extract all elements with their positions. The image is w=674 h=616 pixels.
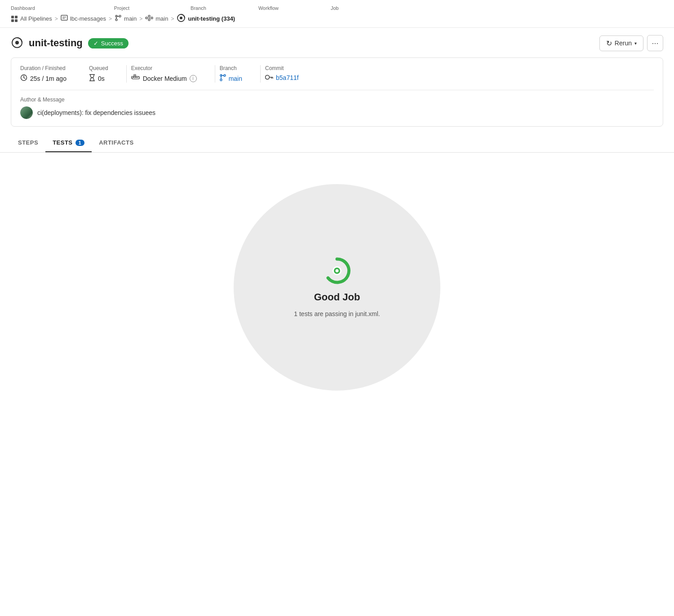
info-card: Duration / Finished 25s / 1m ago Queued [11,57,663,127]
svg-rect-27 [136,76,138,78]
tab-artifacts[interactable]: ARTIFACTS [92,134,141,152]
nav-label-project: Project [114,5,129,11]
avatar-image [20,106,33,119]
key-icon [265,74,273,81]
commit-message: ci(deployments): fix dependencies issuee… [37,109,155,116]
svg-point-11 [146,17,147,19]
executor-info-icon[interactable]: i [190,75,197,82]
circleci-logo [324,257,350,284]
breadcrumb-sep-3: > [139,16,142,22]
rerun-label: Rerun [615,40,632,47]
grid-icon [11,15,18,22]
breadcrumb-item-project[interactable]: lbc-messages [61,14,106,23]
tab-tests[interactable]: TESTS 1 [45,134,92,152]
tabs: STEPS TESTS 1 ARTIFACTS [11,134,663,152]
breadcrumb-branch-label: main [124,15,137,22]
duration-text: 25s / 1m ago [30,75,67,82]
svg-point-12 [148,15,150,17]
breadcrumb-workflow-label: main [155,15,168,22]
success-circle: Good Job 1 tests are passing in junit.xm… [234,184,440,391]
docker-icon [131,74,140,83]
breadcrumb-item-workflow[interactable]: main [145,15,168,22]
author-row: ci(deployments): fix dependencies issuee… [20,106,654,119]
nav-label-job: Job [331,5,339,11]
tab-tests-label: TESTS [53,139,72,146]
svg-rect-26 [134,76,136,78]
nav-label-dashboard: Dashboard [11,5,35,11]
author-section: Author & Message ci(deployments): fix de… [20,97,654,119]
svg-point-19 [180,17,182,19]
branch-label: Branch [220,65,242,71]
info-divider-3 [260,65,261,83]
main-content: Good Job 1 tests are passing in junit.xm… [0,153,674,422]
author-label: Author & Message [20,97,654,103]
svg-rect-2 [11,19,14,22]
svg-rect-28 [134,75,136,76]
page-title: unit-testing [29,37,83,49]
svg-point-8 [115,19,117,21]
duration-label: Duration / Finished [20,65,67,71]
commit-label: Commit [265,65,299,71]
commit-value: b5a711f [265,74,299,81]
breadcrumb-item-all-pipelines[interactable]: All Pipelines [11,15,52,22]
top-navigation: Dashboard Project Branch Workflow Job Al… [0,0,674,28]
executor-label: Executor [131,65,197,71]
tab-steps[interactable]: STEPS [11,134,45,152]
svg-point-33 [266,75,270,79]
executor-column: Executor Docker Medium i [131,65,210,83]
rerun-icon: ↻ [606,39,612,48]
tab-tests-badge: 1 [75,140,85,146]
page-title-section: unit-testing ✓ Success [11,36,129,50]
svg-rect-25 [132,76,133,78]
tab-steps-label: STEPS [18,139,38,146]
page-header: unit-testing ✓ Success ↻ Rerun ▾ ··· [0,28,674,57]
nav-labels: Dashboard Project Branch Workflow Job [11,5,663,11]
executor-text: Docker Medium [143,75,187,82]
more-options-button[interactable]: ··· [647,35,663,51]
duration-column: Duration / Finished 25s / 1m ago [20,65,80,83]
svg-point-39 [336,269,339,273]
more-icon: ··· [652,39,658,48]
nav-label-branch: Branch [191,5,206,11]
hourglass-icon [89,74,95,83]
branch-link[interactable]: main [229,75,242,82]
status-check-icon: ✓ [93,40,98,47]
commit-column: Commit b5a711f [265,65,312,81]
svg-rect-1 [15,16,18,18]
branch-value: main [220,74,242,83]
branch-detail-icon [220,74,226,83]
workflow-icon [145,15,153,22]
duration-value: 25s / 1m ago [20,74,67,83]
success-subtitle: 1 tests are passing in junit.xml. [294,310,380,317]
status-label: Success [101,40,123,47]
nav-label-workflow: Workflow [258,5,279,11]
queued-label: Queued [89,65,108,71]
queued-column: Queued 0s [80,65,122,83]
svg-point-14 [151,17,153,19]
breadcrumb-project-label: lbc-messages [70,15,106,22]
info-divider-1 [126,65,127,83]
tab-artifacts-label: ARTIFACTS [99,139,133,146]
rerun-button[interactable]: ↻ Rerun ▾ [599,35,643,51]
breadcrumb-sep-4: > [171,16,174,22]
svg-point-13 [148,19,150,21]
branch-column: Branch main [220,65,256,83]
breadcrumb-item-branch[interactable]: main [115,14,137,23]
breadcrumb-job-label: unit-testing (334) [188,15,235,22]
breadcrumb-item-job[interactable]: unit-testing (334) [177,13,235,24]
breadcrumb-all-pipelines-label: All Pipelines [20,15,52,22]
clock-icon [20,74,27,83]
svg-point-21 [15,41,19,44]
svg-rect-4 [61,15,67,20]
status-badge: ✓ Success [88,38,129,48]
info-divider-2 [215,65,215,83]
commit-link[interactable]: b5a711f [276,74,299,81]
page-job-icon [11,36,23,50]
job-icon [177,13,186,24]
breadcrumb-sep-2: > [109,16,112,22]
info-grid: Duration / Finished 25s / 1m ago Queued [20,65,654,90]
success-title: Good Job [314,291,360,303]
header-actions: ↻ Rerun ▾ ··· [599,35,663,51]
svg-point-30 [220,79,222,81]
queued-value: 0s [89,74,108,83]
